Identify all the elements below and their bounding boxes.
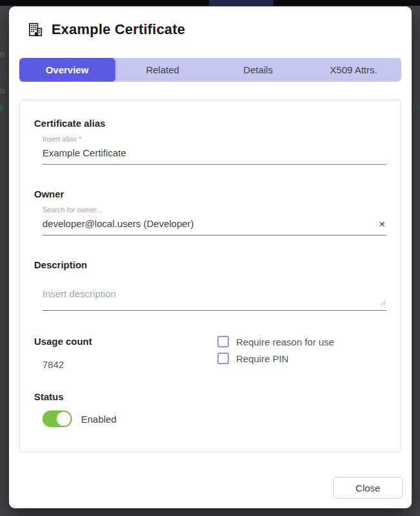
owner-group: Owner Search for owner... ×: [34, 189, 387, 235]
background-text-fragment: o: [0, 49, 5, 59]
certificate-alias-field: Insert alias *: [42, 135, 387, 165]
background-top-accent: [209, 0, 273, 6]
owner-input[interactable]: [42, 214, 387, 235]
alias-input[interactable]: [42, 143, 387, 165]
status-group: Status Enabled: [34, 391, 387, 427]
certificate-modal: Example Certificate Overview Related Det…: [9, 6, 412, 508]
require-pin-label: Require PIN: [236, 353, 289, 364]
usage-count-value: 7842: [42, 359, 217, 370]
tab-overview[interactable]: Overview: [19, 58, 115, 82]
close-button[interactable]: Close: [333, 477, 403, 499]
background-text-fragment: u: [0, 86, 5, 95]
clear-owner-icon[interactable]: ×: [379, 219, 385, 230]
require-pin-checkbox[interactable]: [217, 353, 229, 364]
status-toggle-knob[interactable]: [56, 411, 71, 427]
tab-x509-attrs[interactable]: X509 Attrs.: [306, 58, 402, 82]
status-toggle[interactable]: [42, 410, 72, 427]
resize-handle-icon[interactable]: [380, 300, 386, 306]
description-field: [42, 288, 387, 311]
modal-footer: Close: [333, 477, 403, 499]
owner-field: Search for owner... ×: [42, 206, 387, 235]
certificate-alias-group: Certificate alias Insert alias *: [34, 118, 387, 165]
options-column: Require reason for use Require PIN: [217, 336, 334, 370]
description-textarea[interactable]: [42, 288, 387, 311]
status-toggle-row: Enabled: [42, 410, 387, 427]
usage-count-group: Usage count 7842: [34, 336, 217, 370]
building-icon: [28, 22, 43, 37]
modal-title: Example Certificate: [51, 21, 185, 38]
require-pin-option[interactable]: Require PIN: [217, 353, 334, 364]
status-state-label: Enabled: [81, 414, 116, 425]
tab-details[interactable]: Details: [210, 58, 306, 82]
modal-header: Example Certificate: [9, 6, 412, 38]
description-label: Description: [34, 259, 387, 270]
require-reason-option[interactable]: Require reason for use: [217, 336, 334, 347]
owner-label: Owner: [34, 189, 387, 199]
require-reason-label: Require reason for use: [236, 336, 334, 347]
status-label: Status: [34, 391, 387, 402]
tab-bar: Overview Related Details X509 Attrs.: [19, 58, 401, 82]
require-reason-checkbox[interactable]: [217, 336, 229, 347]
owner-hint-label: Search for owner...: [42, 206, 387, 214]
overview-form-card: Certificate alias Insert alias * Owner S…: [19, 100, 401, 452]
usage-status-row: Usage count 7842 Require reason for use …: [34, 336, 387, 370]
background-text-fragment: S: [413, 101, 419, 111]
usage-count-label: Usage count: [34, 336, 217, 347]
tab-related[interactable]: Related: [115, 58, 211, 82]
certificate-alias-label: Certificate alias: [34, 118, 387, 129]
alias-hint-label: Insert alias *: [42, 135, 387, 143]
description-group: Description: [34, 259, 387, 311]
background-status-fragment: [0, 105, 3, 111]
